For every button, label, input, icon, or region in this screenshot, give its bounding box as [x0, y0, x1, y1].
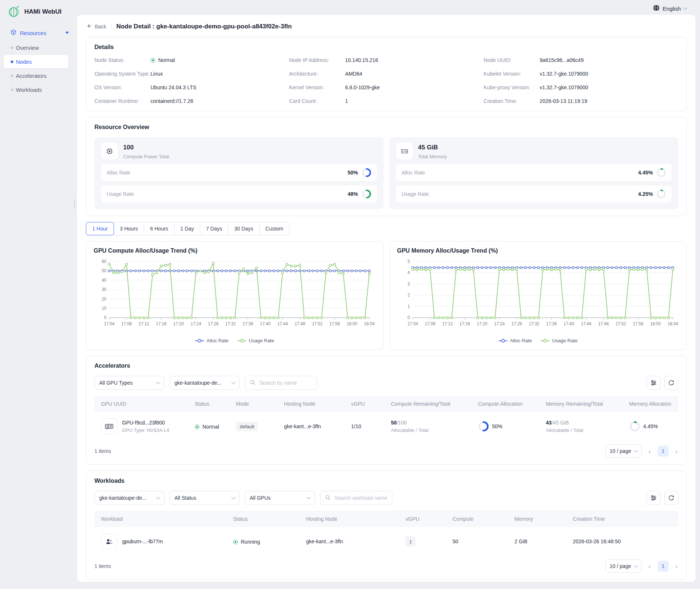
- page-header: Back Node Detail : gke-kantaloupe-demo-g…: [86, 19, 687, 37]
- page-number[interactable]: 1: [658, 446, 669, 457]
- resource-overview-card: Resource Overview 100 Co: [86, 117, 687, 216]
- legend-item[interactable]: Usage Rate: [541, 338, 578, 343]
- svg-text:30: 30: [102, 287, 107, 292]
- column-settings-button[interactable]: [647, 491, 661, 505]
- compute-usage-rate-row: Usage Rate 48%: [101, 186, 377, 202]
- main-panel: Back Node Detail : gke-kantaloupe-demo-g…: [77, 15, 696, 582]
- mode-tag: default: [236, 422, 258, 431]
- page-size-select[interactable]: 10 / page: [605, 444, 642, 458]
- svg-text:40: 40: [102, 277, 107, 282]
- svg-text:17:20: 17:20: [173, 321, 184, 326]
- resource-overview-title: Resource Overview: [94, 124, 678, 131]
- sidebar-item-overview[interactable]: Overview: [4, 41, 68, 54]
- sidebar-item-workloads[interactable]: Workloads: [4, 83, 68, 96]
- status-ok-icon: [195, 425, 200, 429]
- next-page-button[interactable]: ›: [675, 448, 678, 455]
- svg-text:17:04: 17:04: [407, 321, 418, 326]
- chevron-down-icon: [634, 448, 638, 452]
- chevron-down-icon: [231, 495, 235, 499]
- svg-text:50: 50: [102, 268, 107, 273]
- sidebar-collapse-handle[interactable]: [74, 199, 75, 209]
- tab-custom[interactable]: Custom: [259, 222, 290, 235]
- pagination: 10 / page ‹ 1 ›: [605, 444, 678, 458]
- tab-3-hours[interactable]: 3 Hours: [114, 222, 144, 235]
- node-select[interactable]: gke-kantaloupe-de...: [94, 491, 164, 505]
- total-memory-header: 45 GiB Total Memory: [396, 143, 672, 160]
- detail-field-os-type: Operating System Type: Linux: [94, 71, 289, 77]
- details-title: Details: [94, 44, 678, 51]
- chevron-down-icon: [634, 563, 638, 567]
- gpus-select[interactable]: All GPUs: [245, 491, 315, 505]
- svg-text:17:28: 17:28: [208, 321, 219, 326]
- svg-text:60: 60: [102, 259, 107, 264]
- prev-page-button[interactable]: ‹: [648, 448, 651, 455]
- svg-text:17:12: 17:12: [139, 321, 149, 326]
- refresh-button[interactable]: [664, 491, 678, 505]
- svg-text:17:36: 17:36: [546, 321, 557, 326]
- svg-text:17:04: 17:04: [104, 321, 115, 326]
- svg-text:1: 1: [408, 304, 410, 309]
- node-select[interactable]: gke-kantaloupe-de...: [170, 376, 240, 390]
- status-badge: Running: [233, 539, 260, 545]
- arrow-left-icon: [86, 23, 92, 30]
- tab-1-hour[interactable]: 1 Hour: [86, 222, 114, 235]
- column-settings-button[interactable]: [647, 376, 661, 390]
- total-memory-total: 45 GiB: [418, 143, 447, 151]
- legend-item[interactable]: Alloc Rate: [499, 338, 532, 343]
- header-divider: [111, 24, 111, 30]
- app-root: HAMi WebUI Resources Overview Nodes: [0, 0, 700, 589]
- sidebar: HAMi WebUI Resources Overview Nodes: [0, 0, 77, 589]
- bullet-dot-icon: [11, 75, 13, 77]
- table-row[interactable]: GPU-f9cd...23f800 GPU Type: NVIDIA L4 No…: [94, 412, 678, 439]
- page-size-select[interactable]: 10 / page: [605, 559, 642, 573]
- chevron-down-icon: [683, 6, 687, 10]
- time-range-tabs: 1 Hour 3 Hours 6 Hours 1 Day 7 Days 30 D…: [86, 222, 687, 235]
- svg-text:18:04: 18:04: [364, 321, 375, 326]
- sidebar-item-resources[interactable]: Resources: [0, 25, 77, 40]
- chart-title: GPU Memory Alloc/Usage Trend (%): [397, 247, 679, 254]
- sidebar-item-nodes[interactable]: Nodes: [4, 55, 68, 68]
- next-page-button[interactable]: ›: [675, 563, 678, 570]
- legend-item[interactable]: Usage Rate: [238, 338, 274, 343]
- gpu-type-select[interactable]: All GPU Types: [94, 376, 164, 390]
- tab-1-day[interactable]: 1 Day: [174, 222, 200, 235]
- svg-text:17:56: 17:56: [633, 321, 643, 326]
- gpu-memory-trend-chart: 01234517:0417:0817:1217:1617:2017:2417:2…: [397, 257, 679, 346]
- total-memory-subtitle: Total Memory: [418, 154, 447, 159]
- svg-text:17:24: 17:24: [494, 321, 505, 326]
- svg-text:3: 3: [408, 281, 410, 286]
- tab-30-days[interactable]: 30 Days: [228, 222, 259, 235]
- language-selector[interactable]: English: [653, 4, 687, 13]
- page-number[interactable]: 1: [658, 561, 669, 572]
- compute-alloc-rate-row: Alloc Rate 50%: [101, 164, 377, 181]
- detail-field-node-status: Node Status: Normal: [94, 57, 289, 63]
- prev-page-button[interactable]: ‹: [648, 563, 651, 570]
- details-card: Details Node Status: Normal Node IP Addr…: [86, 37, 687, 111]
- page-title: Node Detail : gke-kantaloupe-demo-gpu-po…: [116, 23, 292, 30]
- gpu-compute-trend-card: GPU Compute Alloc/Usage Trend (%) 010203…: [86, 241, 384, 350]
- tab-7-days[interactable]: 7 Days: [200, 222, 229, 235]
- status-select[interactable]: All Status: [170, 491, 240, 505]
- compute-power-card: 100 Compute Power Total Alloc Rate 50% U…: [94, 137, 384, 209]
- charts-row: GPU Compute Alloc/Usage Trend (%) 010203…: [86, 241, 687, 350]
- users-icon: [101, 533, 117, 550]
- accelerator-search-input[interactable]: [259, 380, 310, 386]
- app-title: HAMi WebUI: [24, 8, 62, 15]
- total-memory-card: 45 GiB Total Memory Alloc Rate 4.45% Usa…: [389, 137, 679, 209]
- svg-text:17:32: 17:32: [529, 321, 539, 326]
- workload-search-input[interactable]: [334, 495, 392, 501]
- sidebar-resources-label: Resources: [20, 30, 46, 36]
- table-row[interactable]: gpuburn-...-lb77m Running gke-kant...e-3…: [94, 527, 678, 554]
- svg-text:17:48: 17:48: [295, 321, 305, 326]
- app-logo[interactable]: HAMi WebUI: [0, 4, 77, 20]
- refresh-button[interactable]: [664, 376, 678, 390]
- workload-search: [320, 491, 392, 505]
- svg-text:5: 5: [408, 259, 410, 264]
- alloc-rate-donut: [656, 168, 666, 177]
- sidebar-item-accelerators[interactable]: Accelerators: [4, 69, 68, 82]
- tab-6-hours[interactable]: 6 Hours: [144, 222, 174, 235]
- items-count: 1 items: [94, 448, 111, 454]
- legend-item[interactable]: Alloc Rate: [195, 338, 228, 343]
- bullet-dot-icon: [11, 60, 13, 63]
- back-button[interactable]: Back: [86, 23, 106, 30]
